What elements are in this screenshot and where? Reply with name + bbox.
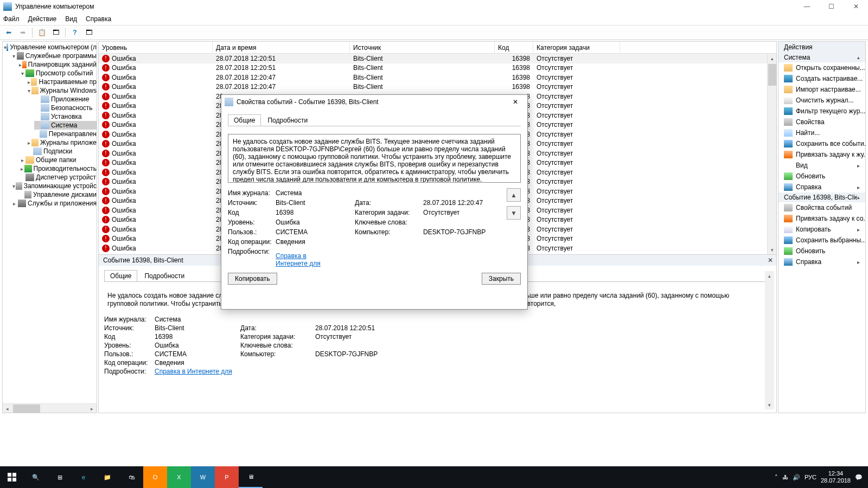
network-icon[interactable]: 🖧 <box>782 474 788 480</box>
preview-scrollbar[interactable]: ▴▾ <box>765 271 774 409</box>
powerpoint-icon[interactable]: P <box>215 466 239 488</box>
action-item[interactable]: Привязать задачу к жу... <box>778 149 865 160</box>
toolbar-btn[interactable]: 🗔 <box>82 27 95 38</box>
actions-section-event[interactable]: Событие 16398, Bits-Client▴ <box>778 192 865 202</box>
edge-icon[interactable]: e <box>72 466 95 488</box>
action-item[interactable]: Вид▸ <box>778 160 865 171</box>
preview-close-icon[interactable]: ✕ <box>765 255 775 265</box>
maximize-button[interactable]: ☐ <box>819 0 844 13</box>
tab-general[interactable]: Общие <box>104 270 137 281</box>
action-item[interactable]: Открыть сохраненны... <box>778 62 865 73</box>
action-item[interactable]: Импорт настраивае... <box>778 84 865 95</box>
tree-forwarded[interactable]: Перенаправлен <box>49 130 97 138</box>
tree-diskmgr[interactable]: Управление дисками <box>33 191 97 198</box>
tree-winjournals[interactable]: Журналы Windows <box>40 87 97 94</box>
menu-help[interactable]: Справка <box>86 15 111 23</box>
prev-event-button[interactable]: ▲ <box>507 188 521 202</box>
col-category[interactable]: Категория задачи <box>533 42 620 54</box>
val-user: СИСТЕМА <box>155 350 236 358</box>
col-code[interactable]: Код события <box>495 42 533 54</box>
tree-custom[interactable]: Настраиваемые пр <box>39 78 97 86</box>
actions-section-system[interactable]: Система▴ <box>778 53 865 62</box>
dval-log: Система <box>276 189 352 197</box>
search-icon[interactable]: 🔍 <box>24 466 48 488</box>
tree-setup[interactable]: Установка <box>51 113 82 120</box>
dialog-help-link[interactable]: Справка в Интернете для <box>276 252 352 267</box>
volume-icon[interactable]: 🔊 <box>793 474 800 481</box>
tree-storage[interactable]: Запоминающие устройс <box>24 182 97 190</box>
mmc-icon[interactable]: 🖥 <box>239 466 263 488</box>
dialog-close-icon[interactable]: ✕ <box>503 95 527 108</box>
tree-applogs[interactable]: Журналы приложе <box>40 139 97 146</box>
tree-shared[interactable]: Общие папки <box>36 156 76 164</box>
dialog-tab-details[interactable]: Подробности <box>261 114 314 126</box>
taskbar[interactable]: 🔍 ⊞ e 📁 🛍 O X W P 🖥 ˄ 🖧 🔊 РУС 12:34 28.0… <box>0 466 868 488</box>
tree-application[interactable]: Приложение <box>51 95 89 103</box>
col-level[interactable]: Уровень <box>99 42 213 54</box>
tree-scrollbar-horizontal[interactable]: ◂▸ <box>3 403 97 413</box>
menu-file[interactable]: Файл <box>3 15 20 23</box>
tree-root[interactable]: Управление компьютером (л <box>10 43 97 51</box>
val-lvl: Ошибка <box>155 342 236 349</box>
table-row[interactable]: !Ошибка28.07.2018 12:20:51Bits-Client163… <box>99 54 776 63</box>
props-button[interactable]: 🗔 <box>49 27 62 38</box>
help-button[interactable]: ? <box>68 27 81 38</box>
grid-scrollbar-vertical[interactable]: ▴▾ <box>767 54 776 254</box>
start-button[interactable] <box>0 466 24 488</box>
action-item[interactable]: Свойства событий <box>778 202 865 213</box>
taskview-icon[interactable]: ⊞ <box>48 466 72 488</box>
outlook-icon[interactable]: O <box>143 466 167 488</box>
action-item[interactable]: Обновить <box>778 171 865 182</box>
action-item[interactable]: Свойства <box>778 117 865 127</box>
dlbl-log: Имя журнала: <box>228 189 272 197</box>
action-item[interactable]: Очистить журнал... <box>778 95 865 106</box>
tree-pane[interactable]: ▾Управление компьютером (л ▾Служебные пр… <box>2 41 97 413</box>
next-event-button[interactable]: ▼ <box>507 206 521 220</box>
table-row[interactable]: !Ошибка28.07.2018 12:20:47Bits-Client163… <box>99 73 776 82</box>
tray-chevron-icon[interactable]: ˄ <box>775 474 778 481</box>
store-icon[interactable]: 🛍 <box>119 466 143 488</box>
action-item[interactable]: Обновить <box>778 246 865 256</box>
action-item[interactable]: Справка▸ <box>778 182 865 192</box>
col-date[interactable]: Дата и время <box>213 42 350 54</box>
dialog-tab-general[interactable]: Общие <box>228 114 261 126</box>
explorer-icon[interactable]: 📁 <box>95 466 119 488</box>
action-item[interactable]: Найти... <box>778 127 865 138</box>
help-link[interactable]: Справка в Интернете для <box>155 368 236 375</box>
tab-details[interactable]: Подробности <box>138 270 190 281</box>
table-row[interactable]: !Ошибка28.07.2018 12:20:51Bits-Client163… <box>99 63 776 73</box>
word-icon[interactable]: W <box>191 466 215 488</box>
action-item[interactable]: Сохранить все событи... <box>778 138 865 149</box>
action-item[interactable]: Фильтр текущего жур... <box>778 106 865 117</box>
tree-security[interactable]: Безопасность <box>51 104 93 112</box>
action-item[interactable]: Справка▸ <box>778 256 865 267</box>
clock[interactable]: 12:34 28.07.2018 <box>821 470 851 484</box>
tree-subscriptions[interactable]: Подписки <box>43 147 72 155</box>
action-item[interactable]: Сохранить выбранны... <box>778 235 865 246</box>
notifications-icon[interactable]: 💬 <box>855 474 863 481</box>
forward-button[interactable]: ➡ <box>16 27 29 38</box>
col-source[interactable]: Источник <box>350 42 495 54</box>
close-button[interactable]: Закрыть <box>482 273 521 285</box>
back-button[interactable]: ⬅ <box>2 27 15 38</box>
action-item[interactable]: Создать настраивае... <box>778 73 865 84</box>
tree-devmgr[interactable]: Диспетчер устройст <box>36 174 96 181</box>
copy-button[interactable]: Копировать <box>228 273 277 285</box>
tree-eventviewer[interactable]: Просмотр событий <box>36 69 93 77</box>
tree-system[interactable]: Система <box>51 121 77 129</box>
excel-icon[interactable]: X <box>167 466 191 488</box>
tree-scheduler[interactable]: Планировщик заданий <box>28 61 97 68</box>
menu-action[interactable]: Действие <box>28 15 57 23</box>
minimize-button[interactable]: — <box>795 0 819 13</box>
language-indicator[interactable]: РУС <box>805 474 816 480</box>
up-button[interactable]: 📋 <box>35 27 48 38</box>
action-item[interactable]: Привязать задачу к со... <box>778 213 865 224</box>
tree-perf[interactable]: Производительность <box>34 165 97 172</box>
close-button[interactable]: ✕ <box>844 0 868 13</box>
menu-view[interactable]: Вид <box>65 15 77 23</box>
tree-systools[interactable]: Служебные программы <box>25 52 97 60</box>
action-item[interactable]: Копировать▸ <box>778 224 865 235</box>
tree-svcapp[interactable]: Службы и приложения <box>28 200 97 207</box>
table-row[interactable]: !Ошибка28.07.2018 12:20:47Bits-Client163… <box>99 82 776 92</box>
dval-date: 28.07.2018 12:20:47 <box>423 199 505 207</box>
